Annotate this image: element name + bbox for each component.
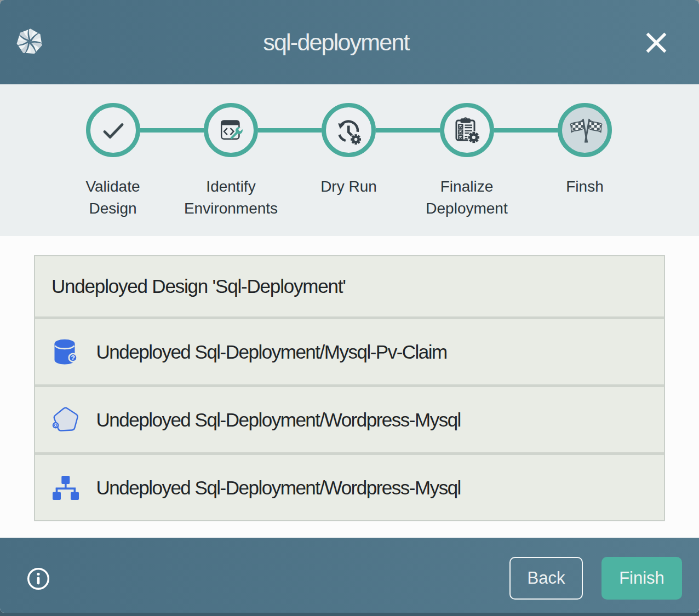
svg-text:?: ? xyxy=(71,354,75,361)
